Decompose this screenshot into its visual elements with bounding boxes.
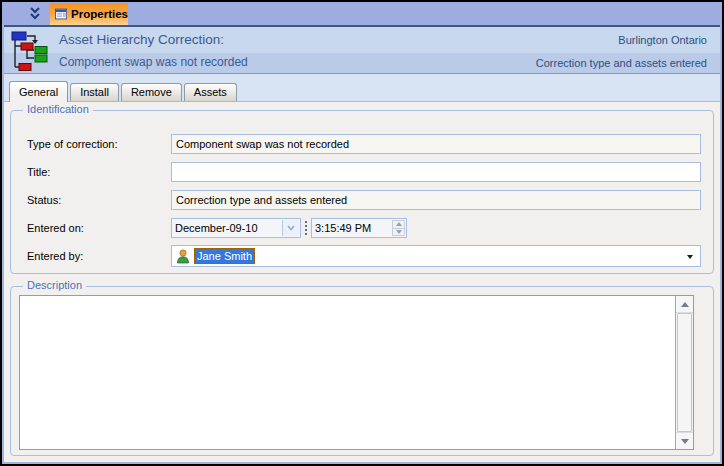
description-group: Description (10, 286, 714, 456)
arrow-up-icon (396, 222, 402, 226)
tab-strip: General Install Remove Assets (2, 80, 722, 101)
scroll-down-button[interactable] (676, 432, 693, 449)
title-field[interactable] (171, 162, 701, 182)
identification-legend: Identification (23, 103, 93, 115)
entered-on-time-value: 3:15:49 PM (315, 222, 371, 234)
page-title: Asset Hierarchy Correction: (59, 32, 224, 47)
person-icon (176, 249, 190, 264)
scroll-up-button[interactable] (676, 296, 693, 313)
description-legend: Description (23, 279, 86, 291)
arrow-down-icon (396, 230, 402, 234)
arrow-up-icon (681, 302, 689, 307)
tab-remove[interactable]: Remove (121, 83, 182, 101)
entered-by-combobox[interactable]: Jane Smith (171, 245, 701, 267)
general-tab-page: Identification Type of correction: Compo… (2, 101, 722, 462)
entered-on-date-picker[interactable]: December-09-10 (171, 218, 301, 238)
entered-on-date-value: December-09-10 (175, 222, 258, 234)
properties-tab[interactable]: Properties (50, 3, 128, 25)
type-of-correction-field[interactable]: Component swap was not recorded (171, 134, 701, 154)
time-spin-down-button[interactable] (392, 229, 405, 237)
time-spinner (392, 220, 405, 236)
status-label: Status: (27, 190, 61, 210)
chevron-double-down-icon (28, 6, 42, 21)
entered-on-label: Entered on: (27, 218, 84, 238)
window-form-icon (55, 7, 67, 21)
entered-by-label: Entered by: (27, 246, 83, 266)
entered-on-time-field[interactable]: 3:15:49 PM (311, 218, 407, 238)
titlebar: Properties (2, 2, 722, 27)
time-spin-up-button[interactable] (392, 220, 405, 229)
chevron-down-icon (287, 225, 295, 231)
titlebar-title: Properties (71, 8, 128, 20)
arrow-down-icon (681, 439, 689, 444)
tab-general[interactable]: General (9, 81, 68, 102)
header: Asset Hierarchy Correction: Component sw… (2, 27, 722, 80)
window-bottom-accent (2, 462, 722, 464)
description-scrollbar[interactable] (675, 296, 693, 449)
title-label: Title: (27, 162, 50, 182)
page-subtitle: Component swap was not recorded (59, 55, 248, 69)
collapse-button[interactable] (28, 6, 46, 22)
description-textarea[interactable] (19, 295, 694, 450)
properties-window: Properties Asset Hierarchy Correction: C… (0, 0, 724, 466)
tab-assets[interactable]: Assets (184, 83, 237, 101)
entered-by-selected-value: Jane Smith (194, 248, 255, 264)
date-time-separator (305, 221, 309, 235)
header-location: Burlington Ontario (618, 34, 707, 46)
scrollbar-thumb[interactable] (677, 313, 692, 432)
header-status: Correction type and assets entered (536, 57, 707, 69)
tab-install[interactable]: Install (70, 83, 119, 101)
type-of-correction-label: Type of correction: (27, 134, 118, 154)
identification-group: Identification Type of correction: Compo… (10, 110, 714, 274)
date-dropdown-button[interactable] (282, 220, 299, 236)
status-field[interactable]: Correction type and assets entered (171, 190, 701, 210)
asset-hierarchy-icon (10, 30, 52, 80)
combo-dropdown-icon[interactable] (687, 255, 693, 259)
